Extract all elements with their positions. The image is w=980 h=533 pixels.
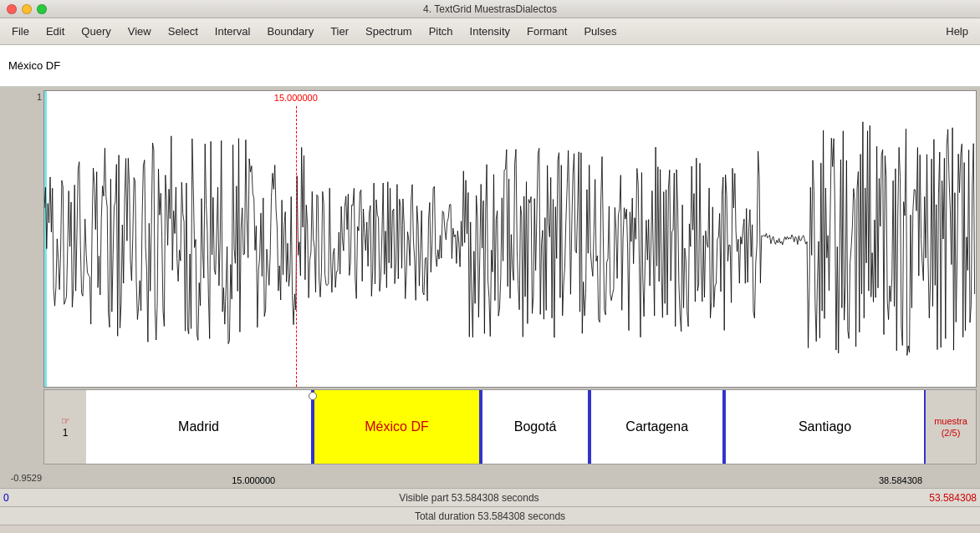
status-visible-center: Visible part 53.584308 seconds xyxy=(9,492,930,504)
menu-tier[interactable]: Tier xyxy=(322,22,357,41)
menu-file[interactable]: File xyxy=(3,22,38,41)
tier-right-label: muestra(2/5) xyxy=(926,390,976,464)
cursor-time-label: 15.000000 xyxy=(274,93,318,103)
tier-content[interactable]: MadridMéxico DFBogotáCartagenaSantiago xyxy=(86,390,926,464)
menu-help[interactable]: Help xyxy=(937,22,977,41)
titlebar: 4. TextGrid MuestrasDialectos xyxy=(0,0,980,18)
menu-formant[interactable]: Formant xyxy=(518,22,575,41)
menu-interval[interactable]: Interval xyxy=(207,22,259,41)
menu-intensity[interactable]: Intensity xyxy=(462,22,518,41)
waveform-section: 1 -0.9529 15.000000 ☞ xyxy=(3,90,977,485)
waveform-plot[interactable]: 15.000000 xyxy=(43,90,977,388)
status-visible-left: 0 xyxy=(3,492,9,504)
waveform-svg xyxy=(44,91,976,387)
menu-view[interactable]: View xyxy=(120,22,160,41)
tier-segment-0[interactable]: Madrid xyxy=(86,390,313,464)
main-area: 1 -0.9529 15.000000 ☞ xyxy=(0,87,980,488)
menu-pulses[interactable]: Pulses xyxy=(575,22,625,41)
menu-spectrum[interactable]: Spectrum xyxy=(357,22,421,41)
status-total-center: Total duration 53.584308 seconds xyxy=(3,510,977,522)
infobar: México DF xyxy=(0,45,980,87)
tier-left-label: ☞ 1 xyxy=(44,390,86,464)
close-button[interactable] xyxy=(7,4,17,14)
tier-cursor-dot xyxy=(309,392,317,400)
status-row-total: Total duration 53.584308 seconds xyxy=(0,507,980,525)
time-ruler: 15.000000 38.584308 xyxy=(43,466,977,485)
tier-segment-2[interactable]: Bogotá xyxy=(481,390,590,464)
menu-select[interactable]: Select xyxy=(160,22,207,41)
status-visible-right: 53.584308 xyxy=(929,492,977,504)
maximize-button[interactable] xyxy=(37,4,47,14)
menu-boundary[interactable]: Boundary xyxy=(259,22,323,41)
status-row-visible: 0 Visible part 53.584308 seconds 53.5843… xyxy=(0,489,980,507)
y-axis: 1 -0.9529 xyxy=(3,90,43,485)
y-bottom-label: -0.9529 xyxy=(5,473,42,483)
infobar-text: México DF xyxy=(8,59,60,72)
ruler-right-time: 38.584308 xyxy=(879,475,922,485)
ruler-left-time: 15.000000 xyxy=(232,475,275,485)
y-top-label: 1 xyxy=(5,92,42,102)
window-controls xyxy=(7,4,47,14)
menu-edit[interactable]: Edit xyxy=(38,22,73,41)
window-title: 4. TextGrid MuestrasDialectos xyxy=(423,3,557,15)
tier-segment-1[interactable]: México DF xyxy=(313,390,481,464)
menu-pitch[interactable]: Pitch xyxy=(421,22,462,41)
main-plot[interactable]: 15.000000 ☞ 1 MadridMéxico DFBogot xyxy=(43,90,977,485)
tier-area[interactable]: ☞ 1 MadridMéxico DFBogotáCartagenaSantia… xyxy=(43,389,977,464)
statusbar: 0 Visible part 53.584308 seconds 53.5843… xyxy=(0,488,980,533)
tier-segment-3[interactable]: Cartagena xyxy=(590,390,724,464)
cursor-line xyxy=(296,106,297,387)
minimize-button[interactable] xyxy=(22,4,32,14)
menu-query[interactable]: Query xyxy=(73,22,119,41)
menubar: File Edit Query View Select Interval Bou… xyxy=(0,18,980,45)
tier-segment-4[interactable]: Santiago xyxy=(724,390,926,464)
